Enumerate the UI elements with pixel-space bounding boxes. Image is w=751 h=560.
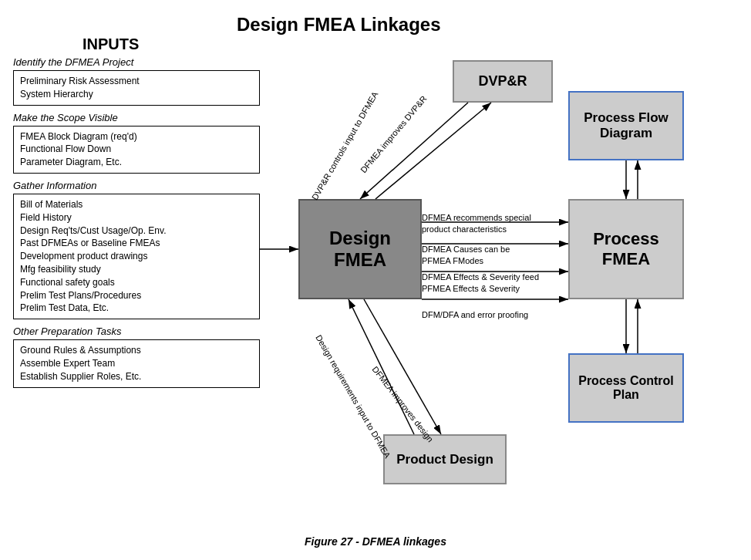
main-container: Design FMEA Linkages INPUTS Identify the… (5, 6, 746, 554)
section-gather-content: Bill of MaterialsField HistoryDesign Req… (13, 194, 260, 319)
pfmea-label: ProcessFMEA (593, 229, 659, 269)
dvpr-box: DVP&R (453, 60, 553, 103)
pfd-label: Process FlowDiagram (584, 110, 668, 141)
label-dvpr-controls: DVP&R controls input to DFMEA (310, 90, 379, 202)
section-scope: Make the Scope Visible FMEA Block Diagra… (13, 112, 260, 174)
annot-causes: DFMEA Causes can bePFMEA FModes (422, 244, 510, 267)
section-identify-content: Preliminary Risk AssessmentSystem Hierar… (13, 70, 260, 106)
pfmea-box: ProcessFMEA (568, 199, 684, 299)
dfmea-label: DesignFMEA (329, 228, 391, 271)
section-gather: Gather Information Bill of MaterialsFiel… (13, 180, 260, 319)
inputs-heading: INPUTS (83, 35, 139, 53)
label-dfmea-improves-design: DFMEA improves design (371, 365, 436, 444)
label-design-req: Design requirements input to DFMEA (314, 333, 392, 460)
pcp-label: Process ControlPlan (578, 374, 674, 402)
page-title: Design FMEA Linkages (237, 14, 441, 35)
section-scope-content: FMEA Block Diagram (req'd)Functional Flo… (13, 126, 260, 174)
inputs-column: Identify the DFMEA Project Preliminary R… (13, 56, 260, 394)
pfd-box: Process FlowDiagram (568, 91, 684, 160)
pcp-box: Process ControlPlan (568, 353, 684, 423)
section-gather-label: Gather Information (13, 180, 260, 191)
annot-recommends: DFMEA recommends specialproduct characte… (422, 212, 531, 235)
annot-effects: DFMEA Effects & Severity feedPFMEA Effec… (422, 272, 539, 295)
section-scope-label: Make the Scope Visible (13, 112, 260, 123)
section-identify-label: Identify the DFMEA Project (13, 56, 260, 68)
pd-box: Product Design (383, 434, 507, 484)
figure-caption: Figure 27 - DFMEA linkages (5, 535, 746, 548)
section-other-content: Ground Rules & AssumptionsAssemble Exper… (13, 339, 260, 387)
dfmea-box: DesignFMEA (298, 199, 422, 299)
svg-line-3 (376, 103, 491, 199)
section-other-label: Other Preparation Tasks (13, 326, 260, 337)
pd-label: Product Design (396, 452, 493, 467)
annot-dfm: DFM/DFA and error proofing (422, 309, 528, 321)
section-identify: Identify the DFMEA Project Preliminary R… (13, 56, 260, 106)
section-other: Other Preparation Tasks Ground Rules & A… (13, 326, 260, 387)
dvpr-label: DVP&R (478, 73, 527, 89)
